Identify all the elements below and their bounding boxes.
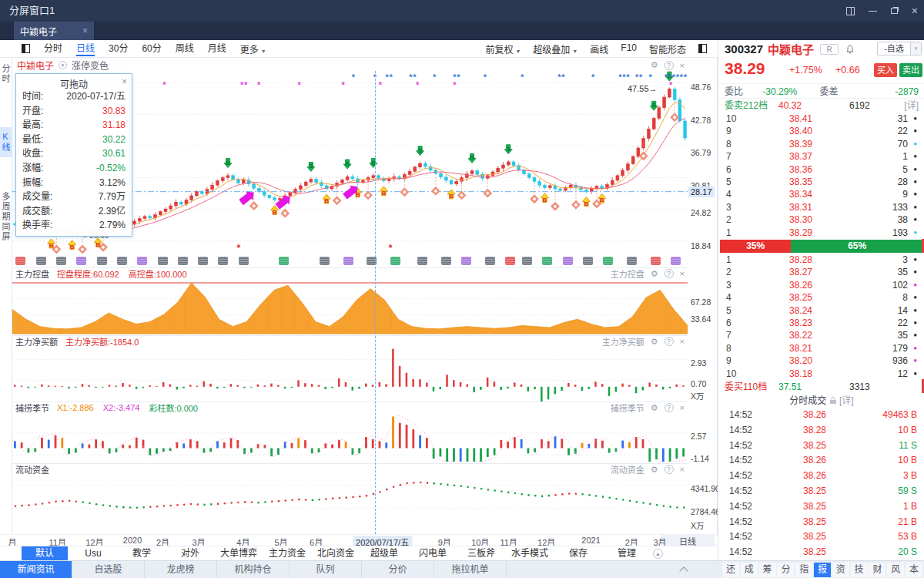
period-tab-月线[interactable]: 月线 (208, 41, 226, 56)
kline-style-icon[interactable] (22, 44, 30, 53)
letter-tab-财[interactable]: 财 (869, 563, 886, 577)
bottom-tab-新闻资讯[interactable]: 新闻资讯 (0, 561, 72, 578)
signal-badge[interactable] (198, 257, 208, 265)
letter-tab-资[interactable]: 资 (832, 563, 849, 577)
ask-row[interactable]: 238.3038● (718, 213, 924, 226)
panel-close-icon[interactable]: × (680, 61, 685, 70)
bid-row[interactable]: 238.2735● (718, 266, 924, 278)
signal-badge[interactable] (627, 257, 637, 265)
collapse-up-icon[interactable]: ▲ (653, 549, 663, 559)
buy-button[interactable]: 买入 (874, 63, 897, 77)
signal-badge[interactable] (97, 257, 107, 265)
signal-badge[interactable] (441, 257, 451, 265)
signal-badge[interactable] (76, 257, 86, 265)
strategy-tab-闪电单[interactable]: 闪电单 (419, 546, 447, 561)
tick-row[interactable]: 14:5238.2810 B (718, 423, 924, 439)
signal-badge[interactable] (320, 257, 330, 265)
signal-badge[interactable] (671, 257, 681, 265)
signal-badge[interactable] (137, 257, 147, 265)
signal-badge[interactable] (461, 257, 471, 265)
sidebar-item-K线[interactable]: K线 (0, 127, 12, 157)
strategy-tab-主力资金[interactable]: 主力资金 (269, 546, 306, 561)
panel-chart-主力净买额[interactable] (12, 347, 688, 402)
tool-超级叠加[interactable]: 超级叠加▼ (533, 42, 578, 55)
tool-前复权[interactable]: 前复权▼ (485, 42, 521, 55)
bottom-tab-分价[interactable]: 分价 (362, 561, 434, 578)
bid-row[interactable]: 338.26102● (718, 279, 924, 291)
bid-row[interactable]: 538.2414● (718, 304, 924, 317)
watchlist-dropdown[interactable]: -自选 ▼ (877, 42, 922, 55)
tick-row[interactable]: 14:5238.2511 S (718, 439, 924, 454)
letter-tab-筹[interactable]: 筹 (759, 563, 776, 577)
ask-row[interactable]: 438.349● (718, 188, 924, 200)
kline-style-icon-2[interactable] (698, 44, 707, 53)
period-tab-分时[interactable]: 分时 (44, 41, 62, 56)
panel-chart-主力控盘[interactable] (12, 279, 688, 335)
ask-row[interactable]: 538.3528● (718, 176, 924, 188)
help-icon[interactable]: ? (665, 61, 674, 70)
tick-row[interactable]: 14:5238.263 B (718, 469, 924, 484)
gear-icon[interactable]: ⚙ (651, 60, 658, 70)
signal-badge[interactable] (36, 257, 46, 265)
gear-icon[interactable]: ⚙ (651, 337, 658, 347)
signal-badge[interactable] (178, 257, 188, 265)
bell-icon[interactable] (845, 44, 855, 55)
letter-tab-技[interactable]: 技 (851, 563, 868, 577)
tick-row[interactable]: 14:5238.2559 S (718, 484, 924, 499)
strategy-tab-管理[interactable]: 管理 (618, 546, 636, 561)
period-tab-30分[interactable]: 30分 (109, 41, 128, 56)
help-icon[interactable]: ? (665, 403, 674, 412)
strategy-tab-教学[interactable]: 教学 (132, 546, 151, 561)
tick-row[interactable]: 14:5238.251 B (718, 499, 924, 515)
strategy-tab-超级单[interactable]: 超级单 (370, 546, 398, 561)
signal-badge[interactable] (417, 257, 427, 265)
signal-badge[interactable] (563, 257, 573, 265)
strategy-tab-大单博弈[interactable]: 大单博弈 (220, 546, 257, 561)
signal-badge[interactable] (239, 257, 249, 265)
sidebar-item-分时[interactable]: 分时 (0, 59, 12, 89)
panel-chart-流动资金[interactable] (12, 475, 688, 534)
ask-row[interactable]: 138.29193● (718, 227, 924, 239)
help-icon[interactable]: ? (665, 465, 674, 474)
strategy-tab-对外[interactable]: 对外 (181, 546, 199, 561)
signal-badge[interactable] (15, 257, 25, 265)
signal-badge[interactable] (56, 257, 66, 265)
strategy-tab-默认[interactable]: 默认 (22, 546, 68, 561)
strategy-tab-北向资金[interactable]: 北向资金 (317, 546, 354, 561)
letter-tab-分[interactable]: 分 (777, 563, 794, 577)
signal-badge[interactable] (603, 257, 613, 265)
ask-row[interactable]: 738.371● (718, 150, 924, 163)
period-tab-60分[interactable]: 60分 (142, 41, 161, 56)
bottom-tab-自选股[interactable]: 自选股 (72, 561, 145, 578)
ask-row[interactable]: 1038.4131● (718, 113, 924, 125)
tab-close-icon[interactable]: × (82, 25, 88, 36)
signal-badge[interactable] (279, 257, 289, 265)
panel-close-icon[interactable]: × (680, 269, 685, 278)
bid-row[interactable]: 738.2235● (718, 329, 924, 341)
tick-row[interactable]: 14:5238.2649463 B (718, 408, 924, 423)
gear-icon[interactable]: ⚙ (651, 403, 658, 413)
signal-badge[interactable] (390, 257, 400, 265)
letter-tab-风[interactable]: 风 (887, 563, 904, 577)
panel-chart-捕捞季节[interactable] (12, 413, 688, 463)
tool-智能形态[interactable]: 智能形态 (649, 42, 686, 55)
tool-F10[interactable]: F10 (621, 42, 637, 55)
bottom-tab-龙虎榜[interactable]: 龙虎榜 (145, 561, 217, 578)
signal-badge[interactable] (651, 257, 661, 265)
ask-row[interactable]: 938.4022● (718, 125, 924, 137)
ask-row[interactable]: 338.31133● (718, 201, 924, 213)
letter-tab-报[interactable]: 报 (814, 563, 831, 577)
panel-close-icon[interactable]: × (680, 337, 685, 346)
r-badge[interactable]: R (820, 44, 839, 55)
bottom-tab-机构持仓[interactable]: 机构持仓 (217, 561, 290, 578)
signal-badge[interactable] (158, 257, 168, 265)
tick-row[interactable]: 14:5238.2610 B (718, 453, 924, 469)
minimize-icon[interactable] (869, 11, 877, 12)
help-icon[interactable]: ? (665, 269, 674, 278)
signal-badge[interactable] (522, 257, 532, 265)
letter-tab-成[interactable]: 成 (741, 563, 758, 577)
signal-badge[interactable] (218, 257, 228, 265)
signal-badge[interactable] (117, 257, 127, 265)
period-tab-日线[interactable]: 日线 (76, 41, 95, 56)
letter-tab-指[interactable]: 指 (795, 563, 812, 577)
